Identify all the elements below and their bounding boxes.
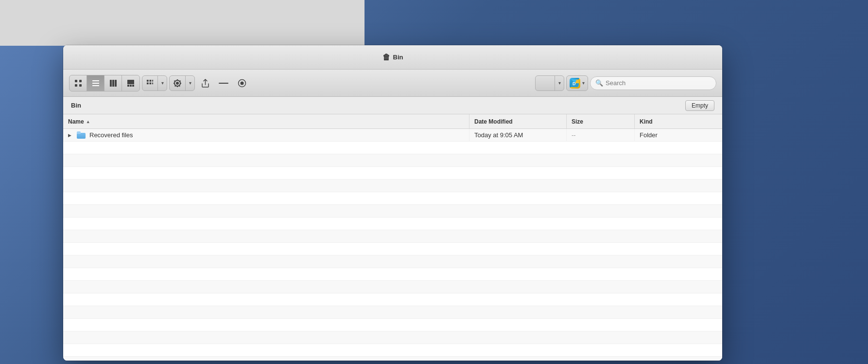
- empty-row: [63, 331, 722, 344]
- empty-row: [63, 344, 722, 357]
- window-title-text: Bin: [393, 54, 403, 61]
- size-cell: --: [567, 129, 635, 141]
- svg-rect-17: [150, 83, 152, 85]
- list-view-button[interactable]: [87, 75, 104, 91]
- search-input[interactable]: [606, 79, 711, 87]
- share-button[interactable]: [197, 75, 213, 91]
- empty-row: [63, 357, 722, 361]
- svg-rect-10: [127, 80, 134, 84]
- empty-row: [63, 293, 722, 306]
- dropzone-button[interactable]: D ▾: [566, 75, 588, 91]
- svg-rect-7: [110, 80, 112, 87]
- toolbar: ▾ ▾: [63, 70, 722, 97]
- svg-rect-8: [112, 80, 114, 87]
- empty-row: [63, 281, 722, 293]
- svg-point-22: [241, 81, 244, 85]
- svg-rect-4: [92, 80, 99, 81]
- arrange-main-button[interactable]: [142, 76, 158, 91]
- svg-rect-19: [152, 83, 153, 85]
- empty-row: [63, 192, 722, 205]
- empty-row: [63, 319, 722, 331]
- svg-rect-15: [150, 80, 152, 82]
- date-modified-cell: Today at 9:05 AM: [469, 129, 567, 141]
- folder-icon: [77, 131, 86, 139]
- svg-rect-12: [130, 85, 132, 87]
- empty-button[interactable]: Empty: [685, 100, 714, 111]
- file-name-cell: ▶ Recovered files: [63, 129, 469, 141]
- column-header-name[interactable]: Name ▲: [63, 114, 469, 128]
- svg-rect-20: [219, 83, 228, 84]
- arrange-button-group: ▾: [142, 75, 167, 91]
- expand-arrow[interactable]: ▶: [68, 133, 73, 138]
- empty-rows: [63, 142, 722, 361]
- trash-icon: 🗑: [382, 53, 390, 62]
- list-header: Name ▲ Date Modified Size Kind: [63, 114, 722, 129]
- location-main[interactable]: [536, 76, 555, 91]
- action-main-button[interactable]: [170, 76, 186, 91]
- action-dropdown-arrow[interactable]: ▾: [186, 76, 194, 91]
- search-icon: 🔍: [595, 79, 603, 87]
- svg-rect-11: [127, 85, 129, 87]
- empty-row: [63, 268, 722, 281]
- file-name-text: Recovered files: [89, 131, 133, 139]
- column-header-kind[interactable]: Kind: [635, 114, 722, 128]
- content-area: Bin Empty Name ▲ Date Modified Size Kind: [63, 97, 722, 361]
- icon-view-button[interactable]: [69, 75, 87, 91]
- svg-rect-2: [75, 84, 77, 87]
- location-dropdown-arrow[interactable]: ▾: [555, 76, 564, 91]
- svg-rect-1: [79, 80, 82, 82]
- tag-button[interactable]: [215, 75, 232, 91]
- svg-text:D: D: [573, 81, 576, 86]
- svg-rect-14: [147, 80, 149, 82]
- empty-row: [63, 180, 722, 192]
- svg-rect-16: [147, 83, 149, 85]
- view-mode-group: [69, 75, 140, 91]
- svg-rect-0: [75, 80, 77, 82]
- column-view-button[interactable]: [104, 75, 122, 91]
- title-bar: 🗑 Bin: [63, 45, 722, 70]
- column-header-size[interactable]: Size: [567, 114, 635, 128]
- action-button-group: ▾: [169, 75, 195, 91]
- finder-window: 🗑 Bin: [63, 45, 722, 361]
- location-dropdown: ▾: [535, 75, 564, 91]
- search-box[interactable]: 🔍: [590, 76, 716, 90]
- svg-rect-18: [152, 80, 153, 82]
- arrange-dropdown-arrow[interactable]: ▾: [158, 76, 167, 91]
- file-list: Name ▲ Date Modified Size Kind ▶ Re: [63, 114, 722, 361]
- gallery-view-button[interactable]: [122, 75, 139, 91]
- svg-rect-9: [115, 80, 117, 87]
- empty-row: [63, 306, 722, 319]
- sort-arrow-name: ▲: [86, 119, 90, 124]
- empty-row: [63, 154, 722, 167]
- kind-cell: Folder: [635, 129, 722, 141]
- empty-row: [63, 243, 722, 255]
- empty-row: [63, 205, 722, 218]
- empty-row: [63, 218, 722, 230]
- empty-row: [63, 230, 722, 243]
- empty-row: [63, 255, 722, 268]
- bin-header-title: Bin: [71, 102, 685, 109]
- table-row[interactable]: ▶ Recovered files Today at 9:05 AM -- Fo…: [63, 129, 722, 142]
- preview-button[interactable]: [234, 75, 250, 91]
- column-header-date[interactable]: Date Modified: [469, 114, 567, 128]
- empty-row: [63, 167, 722, 180]
- empty-row: [63, 142, 722, 154]
- background-window: [0, 0, 365, 46]
- svg-rect-3: [79, 84, 82, 87]
- svg-rect-6: [92, 85, 99, 86]
- svg-rect-5: [92, 83, 99, 84]
- bin-header: Bin Empty: [63, 97, 722, 114]
- dropzone-dropdown-arrow[interactable]: ▾: [581, 80, 585, 86]
- window-title: 🗑 Bin: [382, 53, 403, 62]
- dropzone-icon: D: [570, 78, 580, 89]
- svg-rect-13: [132, 85, 134, 87]
